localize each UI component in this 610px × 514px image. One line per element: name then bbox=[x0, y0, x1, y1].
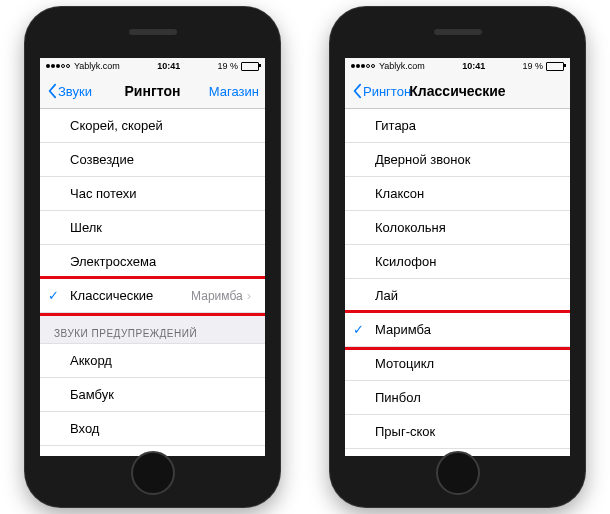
chevron-right-icon: › bbox=[247, 288, 251, 303]
list-item-label: Созвездие bbox=[70, 152, 134, 167]
screen: Yablyk.com 10:41 19 % Звуки Рингтон Мага… bbox=[40, 58, 265, 456]
status-bar: Yablyk.com 10:41 19 % bbox=[345, 58, 570, 74]
back-button[interactable]: Звуки bbox=[46, 83, 92, 99]
section-header-alerts: ЗВУКИ ПРЕДУПРЕЖДЕНИЙ bbox=[40, 313, 265, 344]
list-item[interactable]: Колокольня bbox=[345, 211, 570, 245]
carrier-label: Yablyk.com bbox=[74, 61, 120, 71]
clock: 10:41 bbox=[157, 61, 180, 71]
list-item-detail: Маримба › bbox=[191, 288, 251, 303]
list-item[interactable]: Прыг-скок bbox=[345, 415, 570, 449]
list-item[interactable]: Бамбук bbox=[40, 378, 265, 412]
list-item[interactable]: Пинбол bbox=[345, 381, 570, 415]
list-item[interactable]: Скорей, скорей bbox=[40, 109, 265, 143]
phone-right: Yablyk.com 10:41 19 % Рингтон Классическ… bbox=[330, 7, 585, 507]
list-item-label: Шелк bbox=[70, 220, 102, 235]
list-item-label: Прыг-скок bbox=[375, 424, 435, 439]
carrier-label: Yablyk.com bbox=[379, 61, 425, 71]
battery-icon bbox=[241, 62, 259, 71]
list-item-label: Скорей, скорей bbox=[70, 118, 163, 133]
list-item-label: Пинбол bbox=[375, 390, 421, 405]
screen: Yablyk.com 10:41 19 % Рингтон Классическ… bbox=[345, 58, 570, 456]
list-item-label: Ксилофон bbox=[375, 254, 436, 269]
back-label: Рингтон bbox=[363, 84, 411, 99]
list-item[interactable]: Гитара bbox=[345, 109, 570, 143]
checkmark-icon: ✓ bbox=[48, 288, 59, 303]
nav-bar: Рингтон Классические bbox=[345, 74, 570, 109]
classic-list[interactable]: Гитара Дверной звонок Клаксон Колокольня… bbox=[345, 109, 570, 456]
battery-indicator: 19 % bbox=[522, 61, 564, 71]
list-item[interactable]: Мотоцикл bbox=[345, 347, 570, 381]
list-item[interactable]: Завершение bbox=[40, 446, 265, 456]
checkmark-icon: ✓ bbox=[353, 322, 364, 337]
list-item-label: Маримба bbox=[375, 322, 431, 337]
phone-left: Yablyk.com 10:41 19 % Звуки Рингтон Мага… bbox=[25, 7, 280, 507]
list-item[interactable]: Робот bbox=[345, 449, 570, 456]
list-item-marimba[interactable]: ✓ Маримба bbox=[345, 313, 570, 347]
battery-pct: 19 % bbox=[217, 61, 238, 71]
list-item-label: Мотоцикл bbox=[375, 356, 434, 371]
list-item-label: Завершение bbox=[70, 455, 146, 456]
detail-text: Маримба bbox=[191, 289, 243, 303]
list-item[interactable]: Дверной звонок bbox=[345, 143, 570, 177]
list-item[interactable]: Шелк bbox=[40, 211, 265, 245]
clock: 10:41 bbox=[462, 61, 485, 71]
list-item-label: Аккорд bbox=[70, 353, 112, 368]
list-item-label: Дверной звонок bbox=[375, 152, 470, 167]
battery-indicator: 19 % bbox=[217, 61, 259, 71]
nav-store-button[interactable]: Магазин bbox=[209, 84, 259, 99]
nav-bar: Звуки Рингтон Магазин bbox=[40, 74, 265, 109]
list-item[interactable]: Ксилофон bbox=[345, 245, 570, 279]
list-item-label: Клаксон bbox=[375, 186, 424, 201]
back-label: Звуки bbox=[58, 84, 92, 99]
ringtone-list[interactable]: Скорей, скорей Созвездие Час потехи Шелк… bbox=[40, 109, 265, 456]
list-item[interactable]: Клаксон bbox=[345, 177, 570, 211]
list-item-classic[interactable]: ✓ Классические Маримба › bbox=[40, 279, 265, 313]
signal-dots-icon bbox=[46, 64, 70, 68]
list-item[interactable]: Лай bbox=[345, 279, 570, 313]
status-bar: Yablyk.com 10:41 19 % bbox=[40, 58, 265, 74]
list-item-label: Гитара bbox=[375, 118, 416, 133]
list-item-label: Лай bbox=[375, 288, 398, 303]
list-item-label: Бамбук bbox=[70, 387, 114, 402]
chevron-left-icon bbox=[46, 83, 58, 99]
list-item[interactable]: Созвездие bbox=[40, 143, 265, 177]
battery-icon bbox=[546, 62, 564, 71]
list-item-label: Вход bbox=[70, 421, 99, 436]
list-item[interactable]: Час потехи bbox=[40, 177, 265, 211]
list-item[interactable]: Вход bbox=[40, 412, 265, 446]
list-item-label: Колокольня bbox=[375, 220, 446, 235]
list-item-label: Час потехи bbox=[70, 186, 137, 201]
list-item[interactable]: Аккорд bbox=[40, 344, 265, 378]
list-item[interactable]: Электросхема bbox=[40, 245, 265, 279]
signal-dots-icon bbox=[351, 64, 375, 68]
chevron-left-icon bbox=[351, 83, 363, 99]
battery-pct: 19 % bbox=[522, 61, 543, 71]
list-item-label: Классические bbox=[70, 288, 153, 303]
back-button[interactable]: Рингтон bbox=[351, 83, 411, 99]
list-item-label: Электросхема bbox=[70, 254, 156, 269]
